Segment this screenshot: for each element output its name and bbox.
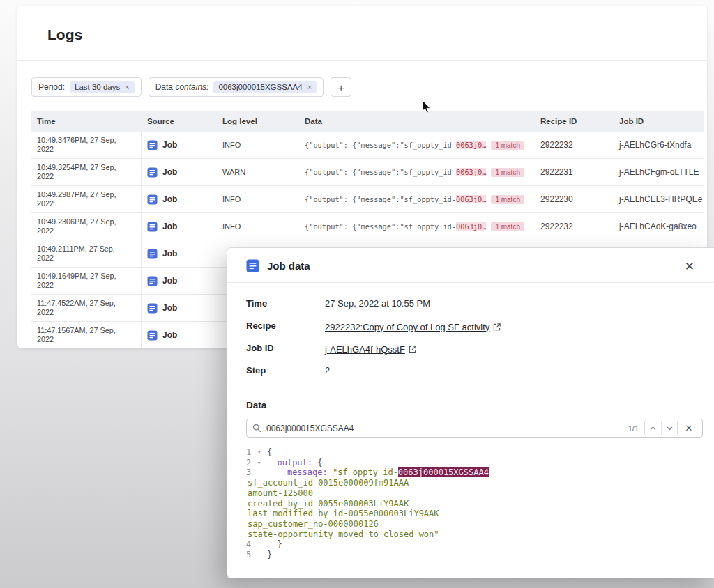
job-icon xyxy=(147,249,158,259)
line-number: 1 xyxy=(246,447,257,458)
match-count-badge: 1 match xyxy=(491,222,524,231)
job-data-modal: Job data ✕ Time 27 Sep, 2022 at 10:55 PM… xyxy=(227,247,714,578)
code-viewer: 1▾{2▾ output: {3 message: "sf_oppty_id-0… xyxy=(246,447,703,560)
page-background: { "page": { "title": "Logs" }, "filters"… xyxy=(0,0,714,588)
search-input[interactable]: 0063j000015XGSSAA4 xyxy=(266,424,628,433)
line-number: 2 xyxy=(246,458,257,468)
data-cell: {"output": {"message":"sf_oppty_id-0063j… xyxy=(299,132,535,158)
time-cell: 10:49.2306PM, 27 Sep,2022 xyxy=(31,213,142,240)
recipe-id-cell: 2922230 xyxy=(535,186,614,212)
data-cell: {"output": {"message":"sf_oppty_id-0063j… xyxy=(299,159,535,185)
recipe-id-cell: 2922231 xyxy=(535,159,614,185)
filter-data-chip[interactable]: Data contains: 0063j000015XGSSAA4 × xyxy=(149,77,324,97)
field-time: Time 27 Sep, 2022 at 10:55 PM xyxy=(246,298,695,311)
field-label: Step xyxy=(246,365,325,378)
source-cell: Job xyxy=(142,213,217,240)
line-number: 4 xyxy=(246,539,257,550)
code-line: 3 message: "sf_oppty_id-0063j000015XGSSA… xyxy=(246,467,703,478)
data-cell: {"output": {"message":"sf_oppty_id-0063j… xyxy=(299,213,535,240)
column-header-log-level: Log level xyxy=(217,117,299,125)
matched-text: 0063j0… xyxy=(456,195,486,203)
recipe-id-cell: 2922232 xyxy=(535,132,614,158)
match-count-badge: 1 match xyxy=(491,195,524,204)
column-header-data: Data xyxy=(299,117,535,125)
card-header: Logs xyxy=(17,6,707,61)
modal-title: Job data xyxy=(267,260,310,272)
source-cell: Job xyxy=(142,159,217,185)
previous-match-button[interactable] xyxy=(645,421,661,435)
filter-bar: Period: Last 30 days × Data contains: 00… xyxy=(31,77,707,97)
time-cell: 10:49.3476PM, 27 Sep,2022 xyxy=(31,132,142,158)
external-link-icon xyxy=(409,346,416,353)
job-icon xyxy=(147,194,158,205)
time-cell: 10:49.2987PM, 27 Sep,2022 xyxy=(31,186,142,212)
close-icon[interactable]: ✕ xyxy=(682,258,697,275)
job-icon xyxy=(147,330,158,341)
code-line: last_modified_by_id-0055e000003LiY9AAK xyxy=(248,509,703,519)
field-value: 2 xyxy=(325,365,330,378)
job-data-icon xyxy=(246,259,259,272)
field-recipe: Recipe 2922232:Copy of Copy of Log SF ac… xyxy=(246,320,695,333)
job-icon xyxy=(147,140,158,150)
data-section-heading: Data xyxy=(227,387,714,410)
filter-period-label: Period: xyxy=(38,82,65,92)
column-header-recipe-id: Recipe ID xyxy=(535,117,614,125)
field-value: 27 Sep, 2022 at 10:55 PM xyxy=(325,298,430,311)
code-line: created_by_id-0055e000003LiY9AAK xyxy=(248,499,703,509)
field-label: Job ID xyxy=(246,343,325,355)
fold-caret-icon[interactable]: ▾ xyxy=(257,447,267,458)
source-cell: Job xyxy=(142,132,217,158)
column-header-source: Source xyxy=(142,117,217,125)
job-icon xyxy=(147,222,158,232)
code-line: sf_account_id-0015e000009fm91AAA xyxy=(248,478,703,488)
code-line: amount-125000 xyxy=(248,488,703,499)
filter-period-value: Last 30 days × xyxy=(70,81,135,93)
modal-header: Job data ✕ xyxy=(227,248,714,283)
job-icon xyxy=(147,167,158,178)
table-row[interactable]: 10:49.3476PM, 27 Sep,2022JobINFO{"output… xyxy=(31,132,704,159)
mouse-cursor xyxy=(422,100,432,117)
log-level-cell: WARN xyxy=(217,159,299,185)
source-cell: Job xyxy=(142,295,217,321)
matched-text: 0063j0… xyxy=(456,168,486,176)
time-cell: 11:47.4522AM, 27 Sep,2022 xyxy=(31,295,142,321)
job-fields: Time 27 Sep, 2022 at 10:55 PM Recipe 292… xyxy=(227,283,714,378)
external-link-icon xyxy=(493,323,501,331)
job-id-link[interactable]: j-AELhGA4f-hQsstF xyxy=(325,343,416,355)
log-level-cell: INFO xyxy=(217,186,299,212)
table-row[interactable]: 10:49.2306PM, 27 Sep,2022JobINFO{"output… xyxy=(31,213,704,240)
fold-caret-icon[interactable]: ▾ xyxy=(257,458,267,468)
field-label: Recipe xyxy=(246,320,325,333)
source-cell: Job xyxy=(142,240,217,267)
recipe-link[interactable]: 2922232:Copy of Copy of Log SF activity xyxy=(325,320,501,333)
code-line: 5} xyxy=(246,550,703,560)
filter-period-chip[interactable]: Period: Last 30 days × xyxy=(31,77,142,97)
matched-text: 0063j0… xyxy=(456,141,486,149)
search-icon xyxy=(252,424,261,433)
next-match-button[interactable] xyxy=(661,421,677,435)
add-filter-button[interactable]: + xyxy=(331,77,351,97)
table-row[interactable]: 10:49.2987PM, 27 Sep,2022JobINFO{"output… xyxy=(31,186,704,213)
clear-search-icon[interactable]: ✕ xyxy=(681,421,697,435)
table-row[interactable]: 10:49.3254PM, 27 Sep,2022JobWARN{"output… xyxy=(31,159,704,186)
match-count-badge: 1 match xyxy=(491,168,524,177)
recipe-id-cell: 2922232 xyxy=(535,213,614,240)
source-cell: Job xyxy=(142,322,217,348)
remove-period-filter-icon[interactable]: × xyxy=(125,84,129,91)
match-count-badge: 1 match xyxy=(491,141,524,150)
time-cell: 10:49.3254PM, 27 Sep,2022 xyxy=(31,159,142,185)
code-line: 2▾ output: { xyxy=(246,458,703,468)
data-search-bar[interactable]: 0063j000015XGSSAA4 1/1 ✕ xyxy=(246,419,703,438)
time-cell: 11:47.1567AM, 27 Sep,2022 xyxy=(31,322,142,348)
remove-data-filter-icon[interactable]: × xyxy=(307,84,312,91)
code-line: state-opportunity moved to closed won" xyxy=(248,529,703,540)
field-step: Step 2 xyxy=(246,365,695,378)
source-cell: Job xyxy=(142,268,217,294)
page-title: Logs xyxy=(47,26,707,43)
source-cell: Job xyxy=(142,186,217,212)
job-icon xyxy=(147,276,158,286)
column-header-job-id: Job ID xyxy=(614,117,704,125)
log-level-cell: INFO xyxy=(217,132,299,158)
log-level-cell: INFO xyxy=(217,213,299,240)
matched-text: 0063j0… xyxy=(456,222,486,231)
